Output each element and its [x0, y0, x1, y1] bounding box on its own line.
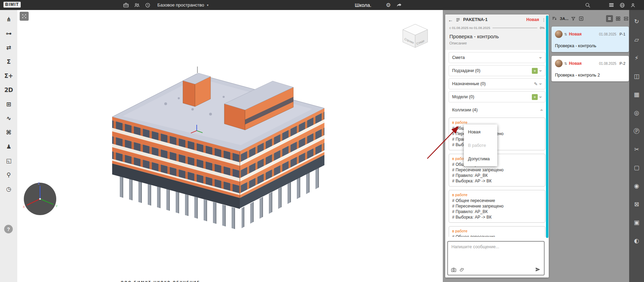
plugin-icon[interactable]: ⌘: [2, 125, 16, 139]
right-toolbar: ↻ ▱ ⚡ ◫ ▦ ◎ Ⓟ ✂ ▢ ◉ ⊠ ▣: [629, 10, 644, 282]
sum-plus-icon[interactable]: Σ+: [2, 69, 16, 83]
shield-icon[interactable]: ◐: [631, 235, 643, 246]
bimit-app: BIMIT Базовое пространство ▾ Школа. ⚙: [0, 0, 644, 282]
history-clock-icon: [145, 2, 151, 8]
detail-sections: Смета › Подзадачи (0) + › Назначенные (0…: [445, 52, 549, 115]
settings-button[interactable]: ⚙: [384, 0, 393, 10]
section-assignees[interactable]: Назначенные (0) ✎ ›: [449, 78, 545, 89]
profile-button[interactable]: [630, 2, 636, 8]
view-list-toggle-active[interactable]: [606, 15, 613, 22]
axis-z-label: Z: [38, 182, 40, 185]
avatar: [555, 30, 563, 38]
task-name: Проверка - контроль: [445, 30, 549, 40]
collision-status: в работе: [452, 120, 542, 124]
visibility-icon[interactable]: ◉: [631, 180, 643, 192]
target-icon[interactable]: ◎: [631, 107, 643, 119]
section-box-icon[interactable]: ◫: [631, 70, 643, 82]
user-pin-icon[interactable]: ⚲: [2, 168, 16, 182]
task-list-title: ЗА...: [560, 17, 568, 21]
section-estimate[interactable]: Смета ›: [449, 52, 545, 63]
workspace-selector[interactable]: Базовое пространство ▾: [155, 2, 211, 8]
attach-photo-button[interactable]: [451, 267, 457, 273]
axis-gizmo[interactable]: Z X Y: [20, 179, 60, 220]
task-status-badge[interactable]: Новая: [526, 17, 539, 22]
collision-card[interactable]: в работе # Общее пересечение# Пересечени…: [449, 190, 545, 223]
team-button[interactable]: [134, 2, 140, 8]
orbit-icon[interactable]: ↻: [631, 16, 643, 27]
edit-assignees-button[interactable]: ✎: [534, 81, 538, 87]
task-card[interactable]: ⇅ Новая 01.08.2025 Р-2 Проверка - контро…: [552, 56, 629, 81]
user-icon[interactable]: ♟: [2, 140, 16, 153]
parking-icon[interactable]: Ⓟ: [631, 125, 643, 137]
chevron-down-icon: ›: [538, 83, 544, 85]
task-date: 01.08.2025: [599, 62, 616, 66]
topbar-tools: Базовое пространство ▾: [123, 0, 211, 10]
task-code: PAKETNA-1: [463, 17, 524, 22]
share-button[interactable]: [396, 0, 402, 10]
status-option[interactable]: Допустима: [464, 152, 497, 165]
share-icon: [396, 2, 402, 8]
bolt-icon[interactable]: ⚡: [631, 52, 643, 64]
back-button[interactable]: ←: [448, 17, 453, 23]
chevron-down-icon: ›: [538, 70, 544, 72]
send-button[interactable]: [535, 266, 541, 273]
menu-button[interactable]: [608, 2, 615, 8]
view-rows-toggle[interactable]: [623, 16, 629, 21]
building-model-3d[interactable]: [17, 10, 443, 282]
node-link-icon[interactable]: ⊶: [2, 27, 16, 40]
user-icon: [630, 2, 636, 8]
task-card[interactable]: ⇅ Новая 01.08.2025 Р-1 Проверка - контро…: [552, 27, 629, 52]
list-view-icon: [607, 16, 612, 21]
search-button[interactable]: [585, 0, 591, 10]
grid-icon[interactable]: ▦: [631, 89, 643, 100]
plus-square-icon: [578, 16, 584, 21]
chevron-down-icon: ▾: [207, 3, 209, 7]
view-cube[interactable]: Справа Сзади: [399, 22, 433, 51]
trend-icon[interactable]: ∿: [2, 111, 16, 125]
2d-view-icon[interactable]: 2D: [2, 83, 16, 97]
panel-scrollbar[interactable]: [546, 16, 548, 238]
sum-icon[interactable]: Σ: [2, 55, 16, 69]
model-structure-icon[interactable]: ⋔: [2, 12, 16, 26]
viewport-3d[interactable]: Справа Сзади Z X Y ООО БИМИТ НИОКР ОБУЧЕ…: [17, 10, 443, 282]
avatar: [555, 60, 563, 67]
progress-track: [492, 28, 537, 28]
status-option[interactable]: В работе: [464, 139, 497, 152]
watermark-text: ООО БИМИТ НИОКР ОБУЧЕНИЕ: [121, 281, 200, 282]
filter-button[interactable]: [571, 16, 576, 21]
message-input[interactable]: [448, 242, 544, 266]
gauge-icon[interactable]: ◷: [2, 182, 16, 196]
gear-icon: ⚙: [386, 2, 391, 8]
crossing-arrows-icon[interactable]: ⇄: [2, 41, 16, 54]
org-chart-icon[interactable]: ⊞: [2, 97, 16, 111]
attach-file-button[interactable]: [460, 267, 465, 272]
selection-box-icon[interactable]: ▢: [631, 162, 643, 173]
language-button[interactable]: [619, 2, 625, 8]
axis-y-label: Y: [56, 204, 58, 208]
camera-icon: [451, 267, 457, 273]
history-button[interactable]: [145, 2, 151, 8]
sort-button[interactable]: [552, 16, 557, 22]
section-collisions[interactable]: Коллизии (4) ›: [449, 104, 545, 115]
close-box-icon[interactable]: ⊠: [631, 198, 643, 210]
rows-view-icon: [623, 16, 629, 21]
cube-icon[interactable]: ▣: [631, 216, 643, 228]
add-task-button[interactable]: [578, 16, 584, 21]
cut-plane-icon[interactable]: ✂: [631, 143, 643, 155]
folder-user-icon[interactable]: ◱: [2, 154, 16, 168]
help-button[interactable]: ?: [4, 225, 13, 233]
section-subtasks[interactable]: Подзадачи (0) + ›: [449, 65, 545, 76]
left-toolbar: ⋔ ⊶ ⇄ Σ Σ+ 2D ⊞ ∿ ⌘ ♟: [0, 10, 17, 282]
focus-selection-button[interactable]: [20, 12, 29, 21]
measure-icon[interactable]: ▱: [631, 34, 643, 46]
priority-arrows-icon: ⇅: [564, 62, 567, 66]
add-subtask-button[interactable]: +: [532, 68, 538, 74]
status-option[interactable]: Новая: [464, 125, 497, 139]
add-model-button[interactable]: +: [532, 94, 538, 100]
toolbox-button[interactable]: [123, 2, 129, 8]
focus-frame-icon: [22, 13, 27, 19]
section-models[interactable]: Модели (0) + ›: [449, 91, 545, 102]
chevron-up-icon: ›: [538, 109, 544, 111]
view-grid-toggle[interactable]: [615, 16, 621, 21]
kebab-menu-icon[interactable]: ⋮: [541, 17, 546, 22]
